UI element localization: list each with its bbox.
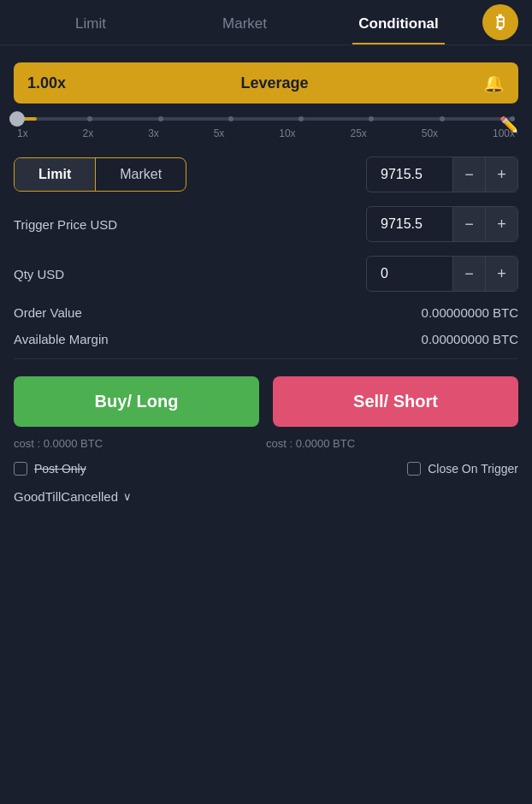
leverage-slider-container: 1x 2x 3x 5x 10x 25x 50x 100x ✏️ [14,117,518,139]
leverage-value: 1.00x [27,74,66,92]
bell-icon: 🔔 [483,73,505,93]
price-input-group: 9715.5 − + [366,157,518,192]
order-type-row: Limit Market 9715.5 − + [14,157,518,192]
close-on-trigger-label: Close On Trigger [428,462,518,476]
post-only-checkbox[interactable] [14,462,27,476]
good-till-cancelled-label: GoodTillCancelled [14,489,118,504]
slider-dot-5x [228,116,233,121]
checkbox-row: Post Only Close On Trigger [14,462,518,476]
sell-short-button[interactable]: Sell/ Short [273,376,518,427]
slider-dot-3x [158,116,163,121]
action-row: Buy/ Long Sell/ Short [14,376,518,427]
trigger-price-row: Trigger Price USD 9715.5 − + [14,206,518,242]
slider-dot-50x [440,116,445,121]
close-on-trigger-group: Close On Trigger [266,462,518,476]
slider-thumb[interactable] [9,111,25,127]
limit-button[interactable]: Limit [15,158,96,191]
buy-cost-label: cost : 0.0000 BTC [14,437,266,450]
good-till-cancelled-dropdown[interactable]: GoodTillCancelled ∨ [14,489,518,504]
price-decrement-button[interactable]: − [452,157,485,192]
trigger-price-increment-button[interactable]: + [485,207,517,241]
slider-labels: 1x 2x 3x 5x 10x 25x 50x 100x [17,127,515,139]
close-on-trigger-checkbox[interactable] [407,462,421,476]
order-type-group: Limit Market [14,157,186,192]
slider-label-2x: 2x [83,127,94,139]
available-margin-label: Available Margin [14,332,109,346]
slider-label-10x: 10x [279,127,295,139]
post-only-label: Post Only [34,462,86,476]
slider-dot-2x [87,116,92,121]
slider-track[interactable] [17,117,515,121]
leverage-bar[interactable]: 1.00x Leverage 🔔 [14,62,518,103]
trigger-price-value[interactable]: 9715.5 [367,208,452,240]
slider-dot-10x [299,116,304,121]
slider-label-1x: 1x [17,127,28,139]
bitcoin-icon[interactable]: ₿ [482,4,518,40]
tab-bar: Limit Market Conditional ₿ [0,0,532,45]
qty-row: Qty USD 0 − + [14,256,518,292]
slider-label-5x: 5x [214,127,225,139]
slider-dot-25x [369,116,374,121]
sell-cost-label: cost : 0.0000 BTC [266,437,518,450]
trigger-price-decrement-button[interactable]: − [452,207,485,241]
cost-row: cost : 0.0000 BTC cost : 0.0000 BTC [14,437,518,450]
leverage-label: Leverage [240,74,308,92]
slider-label-3x: 3x [148,127,159,139]
available-margin-row: Available Margin 0.00000000 BTC [14,332,518,346]
tab-conditional[interactable]: Conditional [322,0,476,44]
qty-increment-button[interactable]: + [485,257,517,291]
qty-input-group: 0 − + [366,256,518,292]
slider-dots [17,116,515,121]
trigger-price-input-group: 9715.5 − + [366,206,518,242]
price-increment-button[interactable]: + [485,157,517,192]
order-value-label: Order Value [14,305,82,320]
edit-icon[interactable]: ✏️ [499,115,518,134]
qty-value[interactable]: 0 [367,257,452,290]
buy-long-button[interactable]: Buy/ Long [14,376,259,427]
order-value-row: Order Value 0.00000000 BTC [14,305,518,320]
order-value-value: 0.00000000 BTC [422,305,518,320]
slider-label-25x: 25x [350,127,366,139]
qty-label: Qty USD [14,267,366,281]
trigger-price-label: Trigger Price USD [14,217,366,232]
available-margin-value: 0.00000000 BTC [422,332,518,346]
divider [14,358,518,359]
slider-label-50x: 50x [422,127,438,139]
post-only-group: Post Only [14,462,266,476]
qty-decrement-button[interactable]: − [452,257,485,291]
market-button[interactable]: Market [96,158,186,191]
main-content: 1.00x Leverage 🔔 1x 2x 3x 5x 10x [0,45,532,521]
tab-limit[interactable]: Limit [14,0,168,44]
price-input-value[interactable]: 9715.5 [367,158,452,191]
tab-market[interactable]: Market [168,0,322,44]
chevron-down-icon: ∨ [123,490,132,503]
